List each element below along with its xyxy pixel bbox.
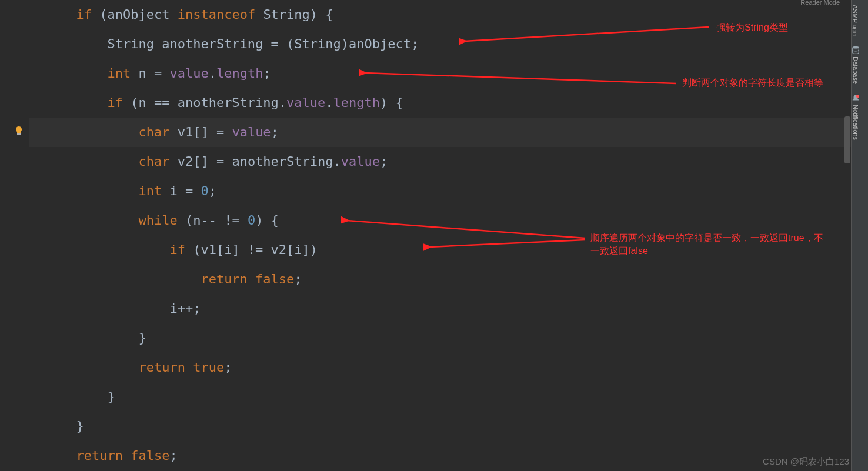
code-line: int n = value.length; bbox=[29, 59, 852, 88]
code-line: return true; bbox=[29, 353, 852, 382]
code-line: if (anObject instanceof String) { bbox=[29, 0, 852, 29]
svg-point-5 bbox=[853, 46, 859, 49]
sidebar-label: Notifications bbox=[852, 105, 859, 140]
code-line: i++; bbox=[29, 294, 852, 323]
scrollbar-thumb[interactable] bbox=[844, 116, 850, 163]
sidebar-label: ASMPlugin bbox=[852, 5, 859, 36]
tool-window-bar: ASMPlugin Database Notifications bbox=[851, 0, 868, 471]
code-line: if (v1[i] != v2[i]) bbox=[29, 235, 852, 265]
svg-rect-0 bbox=[17, 133, 21, 135]
code-line: char v2[] = anotherString.value; bbox=[29, 147, 852, 176]
code-line: } bbox=[29, 382, 852, 412]
reader-mode-label[interactable]: Reader Mode bbox=[800, 0, 840, 6]
code-line: } bbox=[29, 412, 852, 441]
sidebar-label: Database bbox=[852, 56, 859, 84]
code-line: } bbox=[29, 323, 852, 353]
code-line: return false; bbox=[29, 441, 852, 470]
code-line-highlighted: char v1[] = value; bbox=[29, 118, 852, 147]
sidebar-tab-database[interactable]: Database bbox=[852, 41, 860, 89]
sidebar-tab-notifications[interactable]: Notifications bbox=[852, 89, 860, 145]
code-line: String anotherString = (String)anObject; bbox=[29, 29, 852, 59]
code-line: if (n == anotherString.value.length) { bbox=[29, 88, 852, 118]
code-line: return false; bbox=[29, 265, 852, 294]
database-icon bbox=[852, 46, 860, 54]
svg-point-6 bbox=[856, 94, 859, 97]
gutter bbox=[0, 0, 29, 471]
intention-bulb-icon[interactable] bbox=[14, 126, 24, 135]
code-editor[interactable]: if (anObject instanceof String) { String… bbox=[0, 0, 852, 471]
code-line: while (n-- != 0) { bbox=[29, 206, 852, 235]
code-line: int i = 0; bbox=[29, 176, 852, 206]
sidebar-tab-asmplugin[interactable]: ASMPlugin bbox=[852, 0, 859, 41]
watermark: CSDN @码农小白123 bbox=[763, 456, 849, 467]
code-area[interactable]: if (anObject instanceof String) { String… bbox=[29, 0, 852, 471]
bell-icon bbox=[852, 94, 860, 102]
